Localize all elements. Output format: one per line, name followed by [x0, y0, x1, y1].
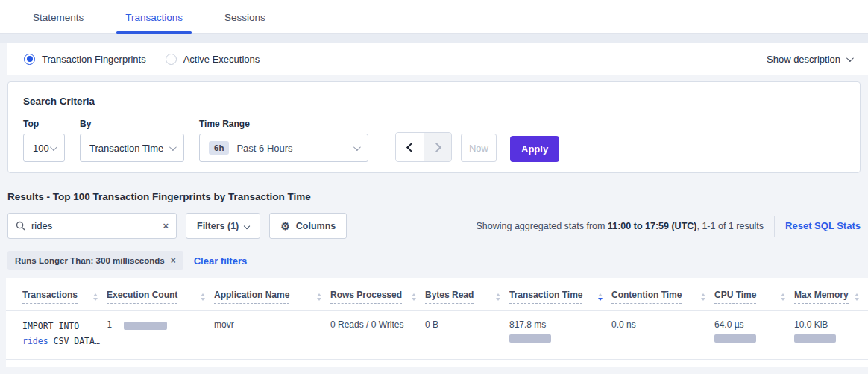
- cell-execution-count: 1: [107, 311, 214, 360]
- max-memory-value: 10.0 KiB: [794, 320, 859, 330]
- by-select[interactable]: Transaction Time: [80, 134, 184, 162]
- table-header-row: Transactions Execution Count Application…: [6, 278, 868, 311]
- column-header-transactions[interactable]: Transactions: [6, 278, 107, 311]
- cpu-time-value: 64.0 µs: [714, 320, 785, 330]
- tab-sessions[interactable]: Sessions: [214, 3, 276, 33]
- chevron-down-icon: [846, 54, 854, 62]
- sort-icon: [496, 293, 500, 301]
- view-toggle-strip: Transaction Fingerprints Active Executio…: [7, 43, 868, 75]
- search-icon: [16, 221, 25, 231]
- radio-transaction-fingerprints[interactable]: Transaction Fingerprints: [24, 54, 146, 65]
- execution-count-bar: [124, 322, 167, 330]
- filter-chip-close-icon[interactable]: ×: [171, 256, 176, 265]
- search-criteria-panel: Search Criteria Top 100 By Transaction T…: [7, 81, 861, 173]
- transactions-table-panel: Transactions Execution Count Application…: [6, 278, 868, 367]
- background-gap: [0, 34, 868, 43]
- column-header-application-name[interactable]: Application Name: [214, 278, 330, 311]
- radio-label: Active Executions: [183, 54, 260, 65]
- cell-transaction: IMPORT INTO rides CSV DATA…: [6, 311, 107, 360]
- chevron-left-icon: [406, 143, 416, 152]
- cell-max-memory: 10.0 KiB: [794, 311, 868, 360]
- apply-button[interactable]: Apply: [510, 136, 559, 162]
- execution-count-value: 1: [107, 320, 112, 330]
- top-field: Top 100: [23, 119, 65, 162]
- column-header-max-memory[interactable]: Max Memory: [794, 278, 868, 311]
- transaction-time-value: 817.8 ms: [509, 320, 603, 330]
- top-label: Top: [23, 119, 65, 129]
- sql-activity-tabbar: Statements Transactions Sessions: [0, 0, 868, 34]
- transactions-table: Transactions Execution Count Application…: [6, 278, 868, 360]
- cell-contention-time: 0.0 ns: [611, 311, 714, 360]
- reset-sql-stats-link[interactable]: Reset SQL Stats: [785, 220, 861, 231]
- columns-label: Columns: [296, 221, 336, 231]
- radio-unselected-icon: [166, 54, 177, 65]
- stats-text: Showing aggregated stats from 11:00 to 1…: [476, 221, 764, 231]
- sort-icon: [317, 293, 321, 301]
- active-filters-row: Runs Longer Than: 300 milliseconds × Cle…: [7, 251, 861, 270]
- columns-button[interactable]: ⚙ Columns: [269, 213, 347, 239]
- sort-icon: [781, 293, 785, 301]
- stats-area: Showing aggregated stats from 11:00 to 1…: [476, 216, 861, 237]
- sort-icon: [201, 293, 205, 301]
- cell-rows-processed: 0 Reads / 0 Writes: [330, 311, 425, 360]
- search-criteria-title: Search Criteria: [23, 96, 845, 107]
- column-header-cpu-time[interactable]: CPU Time: [714, 278, 794, 311]
- column-header-bytes-read[interactable]: Bytes Read: [425, 278, 509, 311]
- transaction-fingerprint-link[interactable]: IMPORT INTO rides CSV DATA…: [22, 320, 98, 349]
- column-header-rows-processed[interactable]: Rows Processed: [330, 278, 425, 311]
- time-range-label: Time Range: [199, 119, 368, 129]
- cell-bytes-read: 0 B: [425, 311, 509, 360]
- time-forward-button[interactable]: [424, 133, 451, 161]
- by-field: By Transaction Time: [80, 119, 184, 162]
- cpu-time-bar: [714, 334, 756, 343]
- time-shift-group: [395, 132, 452, 162]
- show-description-toggle[interactable]: Show description: [767, 54, 852, 65]
- radio-label: Transaction Fingerprints: [42, 54, 146, 65]
- top-select[interactable]: 100: [23, 134, 65, 162]
- tab-transactions[interactable]: Transactions: [115, 3, 193, 33]
- results-searchbox[interactable]: ×: [7, 213, 177, 239]
- chevron-right-icon: [432, 143, 441, 152]
- filter-chip-label: Runs Longer Than: 300 milliseconds: [15, 256, 165, 265]
- time-range-value: Past 6 Hours: [236, 143, 292, 154]
- table-row: IMPORT INTO rides CSV DATA… 1 movr 0 Rea…: [6, 311, 868, 360]
- column-header-contention-time[interactable]: Contention Time: [611, 278, 714, 311]
- now-button[interactable]: Now: [461, 134, 497, 162]
- sort-icon: [855, 293, 859, 301]
- show-description-label: Show description: [767, 54, 840, 65]
- filters-label: Filters (1): [197, 221, 239, 231]
- results-heading: Results - Top 100 Transaction Fingerprin…: [7, 191, 861, 202]
- time-back-button[interactable]: [396, 133, 424, 161]
- radio-selected-icon: [24, 54, 35, 65]
- clear-filters-link[interactable]: Clear filters: [194, 255, 248, 267]
- transaction-time-bar: [509, 334, 551, 343]
- sort-icon: [701, 293, 705, 301]
- search-input[interactable]: [31, 220, 163, 231]
- sort-icon: [93, 293, 98, 301]
- column-header-transaction-time[interactable]: Transaction Time: [509, 278, 611, 311]
- cell-transaction-time: 817.8 ms: [509, 311, 611, 360]
- column-header-execution-count[interactable]: Execution Count: [107, 278, 214, 311]
- chevron-down-icon: [50, 143, 57, 151]
- gear-icon: ⚙: [280, 221, 290, 231]
- search-clear-icon[interactable]: ×: [163, 221, 169, 231]
- time-range-badge: 6h: [209, 141, 229, 155]
- cell-application-name: movr: [214, 311, 330, 360]
- filters-button[interactable]: Filters (1): [186, 213, 260, 239]
- chevron-down-icon: [169, 143, 177, 151]
- cell-cpu-time: 64.0 µs: [714, 311, 794, 360]
- sort-icon: [412, 293, 416, 301]
- chevron-down-icon: [353, 143, 361, 151]
- by-label: By: [80, 119, 184, 129]
- sort-icon-active-desc: [598, 293, 603, 301]
- time-range-field: Time Range 6h Past 6 Hours: [199, 119, 368, 162]
- time-range-select[interactable]: 6h Past 6 Hours: [199, 134, 368, 162]
- filter-chip: Runs Longer Than: 300 milliseconds ×: [7, 251, 183, 270]
- radio-active-executions[interactable]: Active Executions: [166, 54, 260, 65]
- top-value: 100: [33, 143, 49, 154]
- tab-statements[interactable]: Statements: [22, 3, 94, 33]
- max-memory-bar: [794, 334, 836, 343]
- divider: [774, 216, 775, 237]
- chevron-down-icon: [244, 222, 250, 228]
- results-controls: × Filters (1) ⚙ Columns Showing aggregat…: [7, 213, 861, 239]
